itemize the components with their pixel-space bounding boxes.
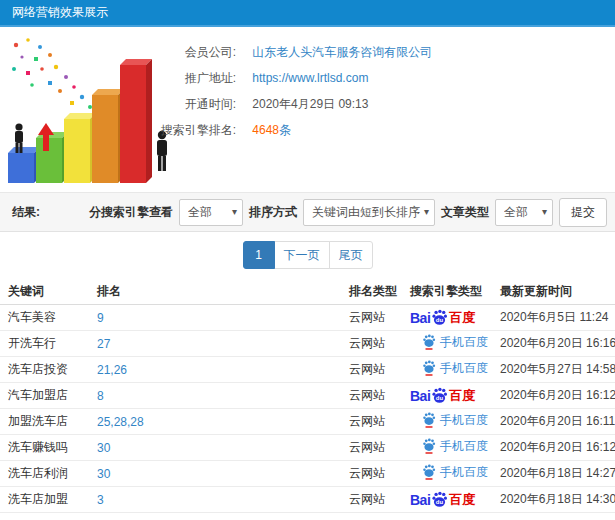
baidu-mobile-logo: 手机百度 [422,412,488,429]
engine-cell: 手机百度 [402,409,492,435]
baidu-logo-latin: Bai [410,492,430,508]
engine-filter-select-wrap: 全部 [179,199,243,226]
engine-filter-select[interactable]: 全部 [180,200,268,225]
svg-text:du: du [436,499,444,505]
rank-type-cell: 云网站 [341,383,402,409]
engine-rank-row: 搜索引擎排名: 4648条 [150,117,432,143]
table-row: 洗车店加盟 3 云网站 Bai du 百度 2020年6月18日 14:30 [0,487,615,513]
engine-cell: Bai du 百度 [402,383,492,409]
member-company-link[interactable]: 山东老人头汽车服务咨询有限公司 [252,45,432,59]
table-row: 洗车赚钱吗 30 云网站 手机百度 2020年6月20日 16:12 [0,435,615,461]
header-engine-type: 搜索引擎类型 [402,278,492,305]
table-row: 洗车店利润 30 云网站 手机百度 2020年6月18日 14:27 [0,461,615,487]
baidu-logo-cn: 百度 [449,310,475,326]
rank-cell[interactable]: 27 [89,331,341,357]
filter-bar: 结果: 分搜索引擎查看 全部 排序方式 关键词由短到长排序 文章类型 全部 提交 [0,192,615,232]
rank-type-cell: 云网站 [341,331,402,357]
baidu-mobile-logo: 手机百度 [422,438,488,455]
result-label: 结果: [12,204,40,221]
updated-cell: 2020年5月27日 14:58 [492,357,615,383]
baidu-logo-cn: 百度 [449,388,475,404]
page-header: 网络营销效果展示 [0,0,615,27]
rank-cell[interactable]: 3 [89,487,341,513]
updated-cell: 2020年6月20日 16:11 [492,409,615,435]
baidu-mobile-logo: 手机百度 [422,334,488,351]
open-time-label: 开通时间: [150,91,236,117]
page-current[interactable]: 1 [243,241,275,269]
baidu-mobile-paw-icon [422,334,436,350]
rank-type-cell: 云网站 [341,461,402,487]
rank-cell[interactable]: 21,26 [89,357,341,383]
engine-rank-value: 4648条 [252,123,291,137]
sort-select-wrap: 关键词由短到长排序 [303,199,435,226]
baidu-logo-latin: Bai [410,388,430,404]
baidu-logo: Bai du 百度 [410,387,475,404]
page-last[interactable]: 尾页 [329,241,373,269]
baidu-mobile-label: 手机百度 [440,360,488,377]
keyword-cell: 汽车加盟店 [0,383,89,409]
page-title: 网络营销效果展示 [12,5,108,19]
baidu-mobile-label: 手机百度 [440,334,488,351]
baidu-mobile-paw-icon [422,360,436,376]
updated-cell: 2020年6月18日 14:27 [492,461,615,487]
header-updated: 最新更新时间 [492,278,615,305]
sort-select[interactable]: 关键词由短到长排序 [304,200,460,225]
table-row: 汽车加盟店 8 云网站 Bai du 百度 2020年6月20日 16:12 [0,383,615,409]
updated-cell: 2020年6月20日 16:12 [492,383,615,409]
rank-cell[interactable]: 9 [89,305,341,331]
table-row: 洗车店投资 21,26 云网站 手机百度 2020年5月27日 14:58 [0,357,615,383]
open-time-row: 开通时间: 2020年4月29日 09:13 [150,91,432,117]
open-time-value: 2020年4月29日 09:13 [252,97,368,111]
keyword-cell: 洗车店利润 [0,461,89,487]
promo-url-label: 推广地址: [150,65,236,91]
engine-cell: 手机百度 [402,461,492,487]
svg-text:du: du [436,395,444,401]
baidu-logo: Bai du 百度 [410,491,475,508]
rank-cell[interactable]: 8 [89,383,341,409]
keyword-cell: 加盟洗车店 [0,409,89,435]
rank-type-cell: 云网站 [341,435,402,461]
promo-url-link[interactable]: https://www.lrtlsd.com [252,71,368,85]
rank-cell[interactable]: 30 [89,435,341,461]
baidu-mobile-paw-icon [422,412,436,428]
pagination-zone: 1 下一页 尾页 [0,232,615,278]
rank-type-cell: 云网站 [341,487,402,513]
updated-cell: 2020年6月20日 16:16 [492,331,615,357]
table-header-row: 关键词 排名 排名类型 搜索引擎类型 最新更新时间 [0,278,615,305]
baidu-mobile-label: 手机百度 [440,464,488,481]
table-body: 汽车美容 9 云网站 Bai du 百度 2020年6月5日 11:24 开洗车… [0,305,615,513]
engine-cell: 手机百度 [402,331,492,357]
baidu-logo-latin: Bai [410,310,430,326]
baidu-mobile-logo: 手机百度 [422,360,488,377]
baidu-mobile-logo: 手机百度 [422,464,488,481]
baidu-paw-icon: du [431,491,448,508]
rank-cell[interactable]: 30 [89,461,341,487]
table-row: 汽车美容 9 云网站 Bai du 百度 2020年6月5日 11:24 [0,305,615,331]
table-row: 开洗车行 27 云网站 手机百度 2020年6月20日 16:16 [0,331,615,357]
confetti-dots [12,38,100,109]
updated-cell: 2020年6月5日 11:24 [492,305,615,331]
member-company-row: 会员公司: 山东老人头汽车服务咨询有限公司 [150,39,432,65]
updated-cell: 2020年6月20日 16:12 [492,435,615,461]
account-fields: 会员公司: 山东老人头汽车服务咨询有限公司 推广地址: https://www.… [150,39,432,143]
keyword-cell: 洗车店加盟 [0,487,89,513]
member-company-label: 会员公司: [150,39,236,65]
page-next[interactable]: 下一页 [274,241,330,269]
baidu-mobile-label: 手机百度 [440,412,488,429]
updated-cell: 2020年6月18日 14:30 [492,487,615,513]
rank-unit: 条 [279,123,291,137]
keyword-cell: 开洗车行 [0,331,89,357]
baidu-logo-cn: 百度 [449,492,475,508]
rank-cell[interactable]: 25,28,28 [89,409,341,435]
pagination: 1 下一页 尾页 [243,241,373,269]
engine-cell: 手机百度 [402,357,492,383]
bars [8,59,152,183]
baidu-mobile-label: 手机百度 [440,438,488,455]
table-row: 加盟洗车店 25,28,28 云网站 手机百度 2020年6月20日 16:11 [0,409,615,435]
rank-type-cell: 云网站 [341,357,402,383]
rank-type-cell: 云网站 [341,409,402,435]
engine-cell: Bai du 百度 [402,305,492,331]
results-table: 关键词 排名 排名类型 搜索引擎类型 最新更新时间 汽车美容 9 云网站 Bai… [0,278,615,513]
article-type-select[interactable]: 全部 [496,200,578,225]
baidu-mobile-paw-icon [422,464,436,480]
